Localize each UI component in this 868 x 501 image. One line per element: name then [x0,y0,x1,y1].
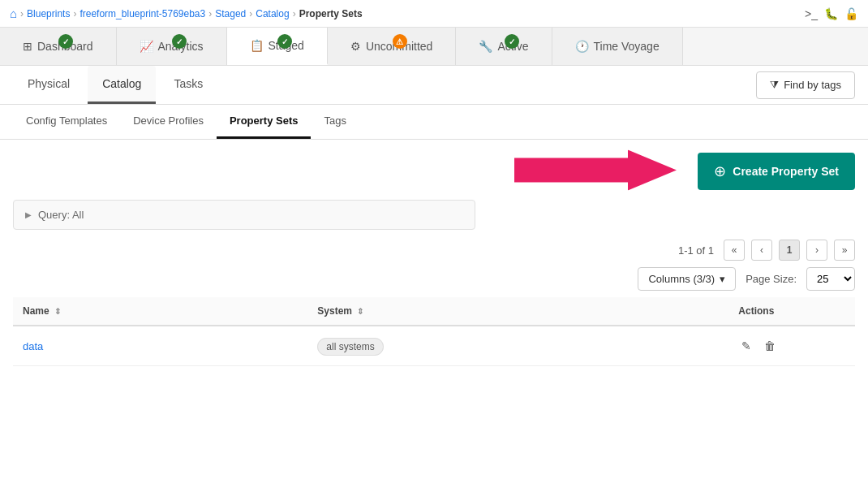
breadcrumb-current: Property Sets [299,8,363,19]
page-size-select[interactable]: 25 50 100 [806,267,855,291]
action-icons: ✎ 🗑 [738,336,845,356]
uncommitted-badge: ⚠ [393,34,407,49]
page-size-label: Page Size: [746,273,797,285]
next-page-button[interactable]: › [806,240,827,261]
system-badge: all systems [317,338,383,356]
sub-tab-property-sets[interactable]: Property Sets [217,105,312,139]
col-header-name[interactable]: Name ⇕ [13,297,307,326]
tab-analytics[interactable]: 📈 Analytics ✓ [117,28,227,65]
tab-dashboard[interactable]: ⊞ Dashboard ✓ [0,28,117,65]
prev-page-button[interactable]: ‹ [751,240,772,261]
terminal-icon[interactable]: >_ [805,7,818,20]
svg-marker-0 [514,150,677,191]
find-by-tags-button[interactable]: ⧩ Find by tags [756,71,855,99]
sec-tab-catalog[interactable]: Catalog [88,66,156,104]
breadcrumb: ⌂ › Blueprints › freeform_blueprint-5769… [0,0,868,28]
query-bar[interactable]: ▶ Query: All [13,200,475,230]
sub-tab-tags[interactable]: Tags [311,105,359,139]
active-icon: 🔧 [479,40,492,53]
col-header-system[interactable]: System ⇕ [307,297,728,326]
sub-tab-config-templates[interactable]: Config Templates [13,105,120,139]
sec-tab-physical[interactable]: Physical [13,66,84,104]
options-row: Columns (3/3) ▾ Page Size: 25 50 100 [13,267,855,291]
arrow-annotation [514,150,677,193]
sec-tab-tasks[interactable]: Tasks [159,66,217,104]
delete-icon[interactable]: 🗑 [761,336,779,356]
breadcrumb-catalog[interactable]: Catalog [256,8,289,19]
plus-icon: ⊕ [714,162,726,180]
system-sort-icon: ⇕ [357,307,363,316]
active-badge: ✓ [505,34,519,49]
name-cell: data [13,326,307,366]
current-page-button[interactable]: 1 [779,240,800,261]
system-cell: all systems [307,326,728,366]
breadcrumb-staged[interactable]: Staged [215,8,246,19]
breadcrumb-blueprint-id[interactable]: freeform_blueprint-5769eba3 [79,8,205,19]
query-expand-icon[interactable]: ▶ [25,210,32,219]
staged-icon: 📋 [250,39,264,52]
create-property-set-button[interactable]: ⊕ Create Property Set [698,153,855,190]
tab-active[interactable]: 🔧 Active ✓ [456,28,552,65]
page-info: 1-1 of 1 [678,244,714,257]
bug-icon[interactable]: 🐛 [824,7,838,20]
actions-cell: ✎ 🗑 [728,326,855,366]
table-row: data all systems ✎ 🗑 [13,326,855,366]
top-tabs-bar: ⊞ Dashboard ✓ 📈 Analytics ✓ 📋 Staged ✓ ⚙… [0,28,868,66]
uncommitted-icon: ⚙ [350,40,361,53]
analytics-badge: ✓ [172,34,187,49]
sub-tabs-bar: Config Templates Device Profiles Propert… [0,105,868,140]
secondary-nav: Physical Catalog Tasks ⧩ Find by tags [0,66,868,105]
name-sort-icon: ⇕ [54,307,61,316]
tab-uncommitted[interactable]: ⚙ Uncommitted ⚠ [328,28,456,65]
filter-icon: ⧩ [770,79,779,92]
sub-tab-device-profiles[interactable]: Device Profiles [120,105,217,139]
property-set-link[interactable]: data [23,340,43,352]
lock-open-icon[interactable]: 🔓 [844,7,858,20]
first-page-button[interactable]: « [724,240,745,261]
table-header-row: Name ⇕ System ⇕ Actions [13,297,855,326]
breadcrumb-blueprints[interactable]: Blueprints [27,8,70,19]
create-row: ⊕ Create Property Set [13,153,855,190]
main-content: ⊕ Create Property Set ▶ Query: All 1-1 o… [0,140,868,379]
pagination-row: 1-1 of 1 « ‹ 1 › » [13,240,855,261]
col-header-actions: Actions [728,297,855,326]
dashboard-icon: ⊞ [23,40,32,53]
analytics-icon: 📈 [140,40,153,53]
tab-staged[interactable]: 📋 Staged ✓ [227,28,328,65]
edit-icon[interactable]: ✎ [738,336,754,356]
property-sets-table: Name ⇕ System ⇕ Actions data all systems [13,297,855,366]
query-label: Query: All [38,209,84,221]
last-page-button[interactable]: » [834,240,855,261]
columns-dropdown-button[interactable]: Columns (3/3) ▾ [638,267,736,291]
chevron-down-icon: ▾ [720,273,725,285]
time-voyage-icon: 🕐 [575,40,589,53]
staged-badge: ✓ [277,34,292,49]
dashboard-badge: ✓ [58,34,73,49]
tab-time-voyage[interactable]: 🕐 Time Voyage [552,28,683,65]
home-icon[interactable]: ⌂ [10,6,17,20]
